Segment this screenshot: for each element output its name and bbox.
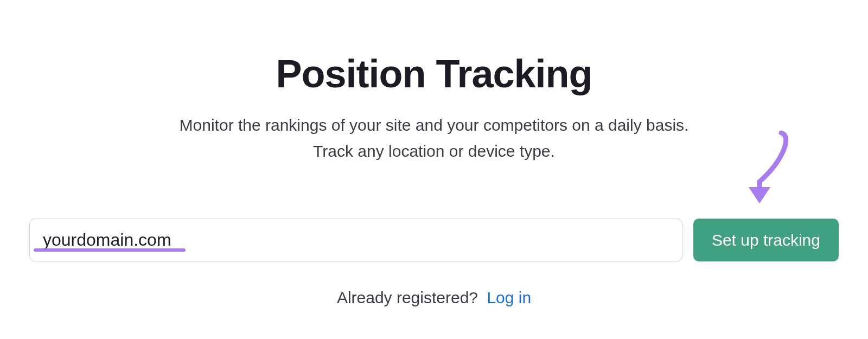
login-prompt: Already registered? Log in <box>27 289 841 307</box>
page-subtitle: Monitor the rankings of your site and yo… <box>27 112 841 164</box>
domain-input[interactable] <box>29 219 682 261</box>
setup-tracking-button[interactable]: Set up tracking <box>693 219 839 261</box>
tracking-form: Set up tracking <box>27 219 841 261</box>
login-link[interactable]: Log in <box>487 289 531 306</box>
input-highlight-underline <box>34 248 186 252</box>
page-title: Position Tracking <box>27 52 841 96</box>
subtitle-line-1: Monitor the rankings of your site and yo… <box>180 116 689 134</box>
already-registered-text: Already registered? <box>337 289 478 306</box>
subtitle-line-2: Track any location or device type. <box>313 142 555 160</box>
annotation-arrow-icon <box>722 127 792 216</box>
